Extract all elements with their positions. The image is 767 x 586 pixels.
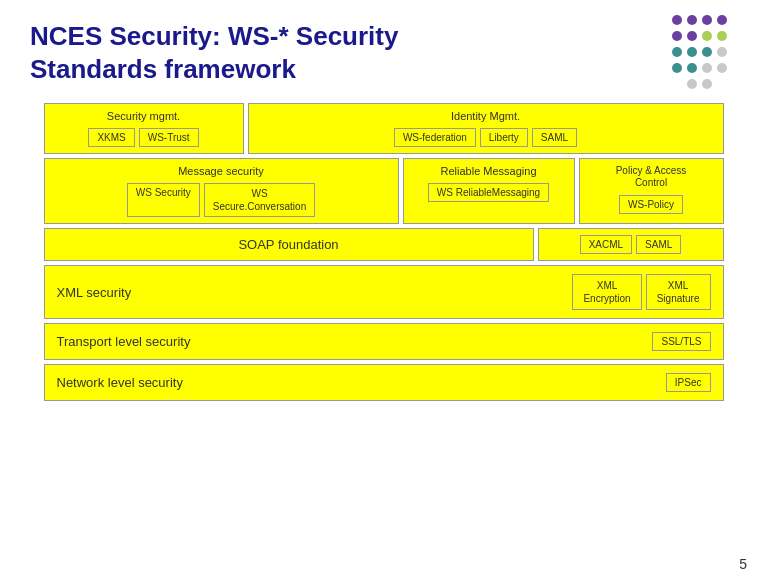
chip-xml-encryption: XMLEncryption [572,274,641,310]
slide: NCES Security: WS-* Security Standards f… [0,0,767,586]
svg-point-8 [672,47,682,57]
svg-point-11 [717,47,727,57]
transport-chips: SSL/TLS [652,332,710,351]
security-mgmt-block: Security mgmt. XKMS WS-Trust [44,103,244,154]
chip-xkms: XKMS [88,128,134,147]
policy-access-block: Policy & AccessControl WS-Policy [579,158,724,224]
chip-wsfed: WS-federation [394,128,476,147]
svg-point-17 [702,79,712,89]
svg-point-5 [687,31,697,41]
network-label: Network level security [57,375,666,390]
message-security-block: Message security WS Security WSSecure.Co… [44,158,399,224]
identity-mgmt-chips: WS-federation Liberty SAML [257,128,715,147]
chip-ssltls: SSL/TLS [652,332,710,351]
chip-wspolicy: WS-Policy [619,195,683,214]
reliable-messaging-chips: WS ReliableMessaging [412,183,566,202]
identity-mgmt-title: Identity Mgmt. [257,110,715,122]
chip-wstrust: WS-Trust [139,128,199,147]
svg-point-9 [687,47,697,57]
svg-point-15 [717,63,727,73]
reliable-messaging-block: Reliable Messaging WS ReliableMessaging [403,158,575,224]
identity-mgmt-block: Identity Mgmt. WS-federation Liberty SAM… [248,103,724,154]
chip-saml-identity: SAML [532,128,577,147]
chip-saml-policy: SAML [636,235,681,254]
soap-label: SOAP foundation [238,237,338,252]
svg-point-6 [702,31,712,41]
message-security-title: Message security [53,165,390,177]
top-section: Security mgmt. XKMS WS-Trust Identity Mg… [44,103,724,154]
svg-point-13 [687,63,697,73]
chip-xacml: XACML [580,235,632,254]
middle-section: Message security WS Security WSSecure.Co… [44,158,724,224]
message-security-chips: WS Security WSSecure.Conversation [53,183,390,217]
soap-row: SOAP foundation XACML SAML [44,228,724,261]
svg-point-10 [702,47,712,57]
policy-title: Policy & AccessControl [588,165,715,189]
framework: Security mgmt. XKMS WS-Trust Identity Mg… [44,103,724,401]
security-mgmt-title: Security mgmt. [53,110,235,122]
svg-point-2 [702,15,712,25]
slide-title: NCES Security: WS-* Security Standards f… [30,20,737,85]
chip-xml-signature: XMLSignature [646,274,711,310]
transport-security-row: Transport level security SSL/TLS [44,323,724,360]
chip-ipsec: IPSec [666,373,711,392]
transport-label: Transport level security [57,334,653,349]
network-security-row: Network level security IPSec [44,364,724,401]
svg-point-0 [672,15,682,25]
soap-block: SOAP foundation [44,228,534,261]
title-line2: Standards framework [30,54,296,84]
svg-point-7 [717,31,727,41]
xml-security-label: XML security [57,285,573,300]
policy-chips: WS-Policy [588,195,715,214]
svg-point-16 [687,79,697,89]
xacml-saml-block: XACML SAML [538,228,724,261]
chip-wsrm: WS ReliableMessaging [428,183,549,202]
xml-security-chips: XMLEncryption XMLSignature [572,274,710,310]
svg-point-14 [702,63,712,73]
network-chips: IPSec [666,373,711,392]
reliable-messaging-title: Reliable Messaging [412,165,566,177]
svg-point-3 [717,15,727,25]
svg-point-12 [672,63,682,73]
svg-point-4 [672,31,682,41]
chip-liberty: Liberty [480,128,528,147]
xml-security-row: XML security XMLEncryption XMLSignature [44,265,724,319]
chip-wssecurity: WS Security [127,183,200,217]
page-number: 5 [739,556,747,572]
svg-point-1 [687,15,697,25]
security-mgmt-chips: XKMS WS-Trust [53,128,235,147]
chip-wssc: WSSecure.Conversation [204,183,315,217]
title-line1: NCES Security: WS-* Security [30,21,398,51]
